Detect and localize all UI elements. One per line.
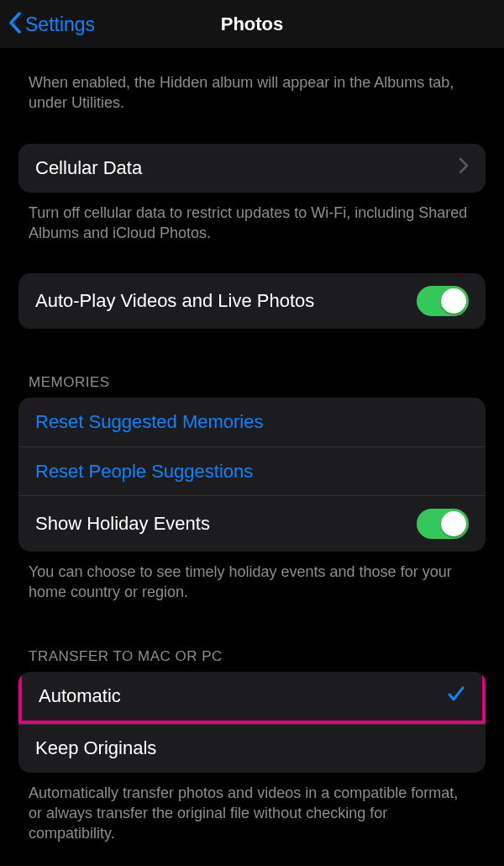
checkmark-icon <box>447 684 465 708</box>
cellular-footer: Turn off cellular data to restrict updat… <box>0 193 504 244</box>
keep-originals-label: Keep Originals <box>35 737 469 759</box>
cellular-group: Cellular Data <box>18 144 486 193</box>
show-holiday-label: Show Holiday Events <box>35 513 417 535</box>
chevron-left-icon <box>8 12 22 38</box>
reset-people-suggestions-row[interactable]: Reset People Suggestions <box>18 446 486 495</box>
content: When enabled, the Hidden album will appe… <box>0 49 504 844</box>
reset-people-label: Reset People Suggestions <box>35 461 469 483</box>
autoplay-label: Auto-Play Videos and Live Photos <box>35 290 417 312</box>
toggle-knob <box>441 288 466 314</box>
page-title: Photos <box>221 13 284 35</box>
transfer-keep-originals-row[interactable]: Keep Originals <box>18 724 486 773</box>
transfer-footer: Automatically transfer photos and videos… <box>0 773 504 844</box>
nav-bar: Settings Photos <box>0 0 504 49</box>
back-button[interactable]: Settings <box>8 0 95 49</box>
cellular-data-row[interactable]: Cellular Data <box>18 144 486 193</box>
autoplay-row: Auto-Play Videos and Live Photos <box>18 273 486 329</box>
reset-suggested-memories-row[interactable]: Reset Suggested Memories <box>18 398 486 446</box>
show-holiday-toggle[interactable] <box>417 509 469 539</box>
transfer-automatic-row[interactable]: Automatic <box>18 672 486 724</box>
toggle-knob <box>441 511 466 536</box>
automatic-label: Automatic <box>39 685 447 707</box>
chevron-right-icon <box>459 157 469 179</box>
autoplay-group: Auto-Play Videos and Live Photos <box>18 273 486 329</box>
back-label: Settings <box>25 13 95 36</box>
memories-footer: You can choose to see timely holiday eve… <box>0 552 504 603</box>
cellular-data-label: Cellular Data <box>35 157 459 179</box>
hidden-album-footer: When enabled, the Hidden album will appe… <box>0 62 504 114</box>
autoplay-toggle[interactable] <box>417 286 469 316</box>
memories-group: Reset Suggested Memories Reset People Su… <box>18 398 486 552</box>
show-holiday-row: Show Holiday Events <box>18 495 486 552</box>
reset-suggested-label: Reset Suggested Memories <box>35 411 469 433</box>
transfer-header: TRANSFER TO MAC OR PC <box>0 648 504 672</box>
transfer-group: Automatic Keep Originals <box>18 672 486 773</box>
memories-header: MEMORIES <box>0 374 504 398</box>
